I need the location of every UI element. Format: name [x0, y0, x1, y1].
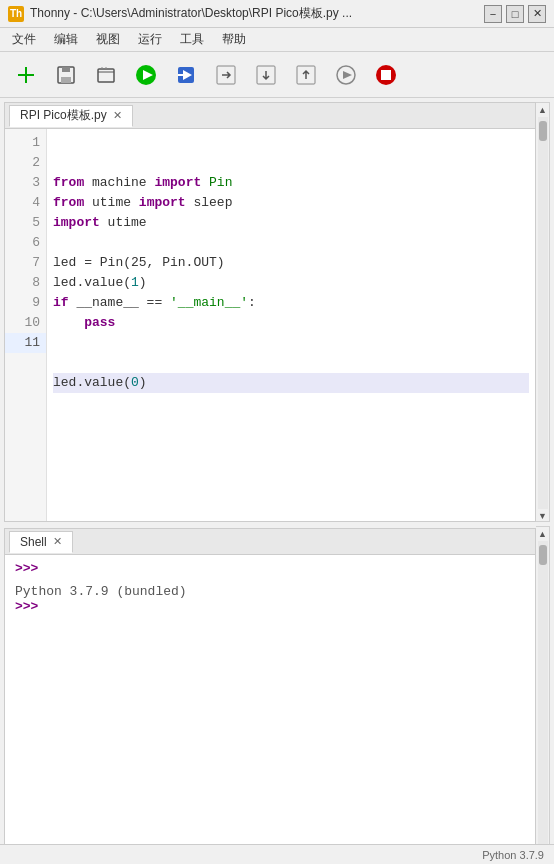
toolbar [0, 52, 554, 98]
editor-container: RPI Pico模板.py ✕ 1234567891011 from machi… [4, 102, 536, 522]
svg-rect-1 [18, 74, 34, 76]
line-number-4: 4 [5, 193, 46, 213]
new-button[interactable] [8, 57, 44, 93]
resume-button[interactable] [328, 57, 364, 93]
code-line-6: led.value(1) [53, 273, 529, 293]
shell-content[interactable]: >>> Python 3.7.9 (bundled)>>> [5, 555, 535, 859]
code-editor[interactable]: 1234567891011 from machine import Pinfro… [5, 129, 535, 521]
svg-marker-15 [343, 71, 352, 79]
scroll-up-icon[interactable]: ▲ [538, 105, 547, 115]
tab-filename: RPI Pico模板.py [20, 107, 107, 124]
code-line-7: if __name__ == '__main__': [53, 293, 529, 313]
status-bar: Python 3.7.9 [0, 844, 554, 864]
code-line-1: from machine import Pin [53, 173, 529, 193]
load-button[interactable] [88, 57, 124, 93]
line-number-2: 2 [5, 153, 46, 173]
code-line-2: from utime import sleep [53, 193, 529, 213]
code-line-11: led.value(0) [53, 373, 529, 393]
svg-rect-10 [178, 74, 183, 76]
title-buttons: − □ ✕ [484, 5, 546, 23]
menu-item-工具[interactable]: 工具 [172, 29, 212, 50]
svg-rect-17 [381, 70, 391, 80]
close-button[interactable]: ✕ [528, 5, 546, 23]
code-line-9 [53, 333, 529, 353]
line-number-9: 9 [5, 293, 46, 313]
shell-tab[interactable]: Shell ✕ [9, 531, 73, 553]
svg-rect-3 [62, 67, 70, 72]
editor-tab-bar: RPI Pico模板.py ✕ [5, 103, 535, 129]
title-left: Th Thonny - C:\Users\Administrator\Deskt… [8, 5, 352, 22]
line-number-6: 6 [5, 233, 46, 253]
editor-scrollbar[interactable]: ▲ ▼ [536, 102, 550, 522]
menu-item-运行[interactable]: 运行 [130, 29, 170, 50]
scroll-track [538, 117, 548, 509]
code-content[interactable]: from machine import Pinfrom utime import… [47, 129, 535, 521]
shell-container: Shell ✕ >>> Python 3.7.9 (bundled)>>> [4, 528, 536, 860]
stop-button[interactable] [368, 57, 404, 93]
line-number-5: 5 [5, 213, 46, 233]
line-number-3: 3 [5, 173, 46, 193]
title-text: Thonny - C:\Users\Administrator\Desktop\… [30, 5, 352, 22]
line-number-11: 11 [5, 333, 46, 353]
shell-line-blank [15, 576, 525, 584]
step-into-button[interactable] [248, 57, 284, 93]
scroll-down-icon[interactable]: ▼ [538, 511, 547, 521]
line-number-10: 10 [5, 313, 46, 333]
code-line-5: led = Pin(25, Pin.OUT) [53, 253, 529, 273]
line-numbers: 1234567891011 [5, 129, 47, 521]
shell-scrollbar[interactable]: ▲ ▼ [536, 526, 550, 860]
menu-item-视图[interactable]: 视图 [88, 29, 128, 50]
editor-tab[interactable]: RPI Pico模板.py ✕ [9, 105, 133, 127]
debug-button[interactable] [168, 57, 204, 93]
shell-line-2: >>> [15, 599, 525, 614]
shell-scroll-track [538, 541, 548, 847]
editor-wrapper: RPI Pico模板.py ✕ 1234567891011 from machi… [4, 102, 550, 522]
menu-bar: 文件编辑视图运行工具帮助 [0, 28, 554, 52]
shell-tab-label: Shell [20, 535, 47, 549]
code-line-4 [53, 233, 529, 253]
line-number-1: 1 [5, 133, 46, 153]
menu-item-编辑[interactable]: 编辑 [46, 29, 86, 50]
main-area: RPI Pico模板.py ✕ 1234567891011 from machi… [0, 98, 554, 864]
shell-wrapper: Shell ✕ >>> Python 3.7.9 (bundled)>>> ▲ … [4, 526, 550, 860]
maximize-button[interactable]: □ [506, 5, 524, 23]
app-icon: Th [8, 6, 24, 22]
shell-scroll-thumb [539, 545, 547, 565]
shell-python-version: Python 3.7.9 (bundled) [15, 584, 525, 599]
step-over-button[interactable] [208, 57, 244, 93]
line-number-8: 8 [5, 273, 46, 293]
shell-line-1: >>> [15, 561, 525, 576]
step-out-button[interactable] [288, 57, 324, 93]
menu-item-帮助[interactable]: 帮助 [214, 29, 254, 50]
svg-rect-5 [98, 69, 114, 82]
title-bar: Th Thonny - C:\Users\Administrator\Deskt… [0, 0, 554, 28]
code-line-10 [53, 353, 529, 373]
shell-scroll-up-icon[interactable]: ▲ [538, 529, 547, 539]
shell-tab-close-icon[interactable]: ✕ [53, 535, 62, 548]
status-text: Python 3.7.9 [482, 849, 544, 861]
code-line-8: pass [53, 313, 529, 333]
scroll-thumb [539, 121, 547, 141]
line-number-7: 7 [5, 253, 46, 273]
minimize-button[interactable]: − [484, 5, 502, 23]
run-button[interactable] [128, 57, 164, 93]
svg-rect-4 [61, 77, 71, 83]
shell-tab-bar: Shell ✕ [5, 529, 535, 555]
tab-close-icon[interactable]: ✕ [113, 109, 122, 122]
menu-item-文件[interactable]: 文件 [4, 29, 44, 50]
save-button[interactable] [48, 57, 84, 93]
code-line-3: import utime [53, 213, 529, 233]
